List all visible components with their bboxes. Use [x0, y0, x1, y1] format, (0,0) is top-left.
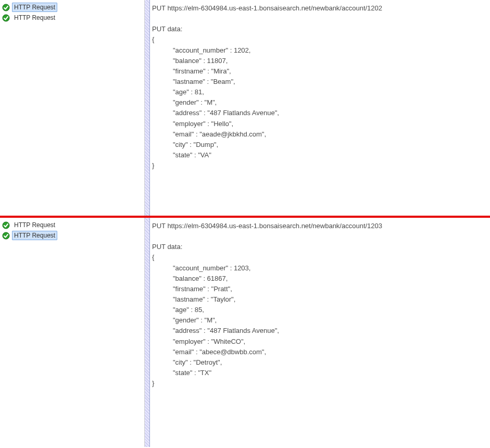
- close-brace: }: [152, 160, 486, 171]
- field-balance: "balance" : 61867,: [152, 273, 486, 284]
- tree-item-label: HTTP Request: [12, 220, 57, 230]
- success-icon: [2, 221, 10, 229]
- field-state: "state" : "VA": [152, 150, 486, 160]
- tree-item-label: HTTP Request: [12, 13, 57, 22]
- put-data-label: PUT data:: [152, 242, 486, 252]
- request-content-top: PUT https://elm-6304984.us-east-1.bonsai…: [145, 0, 490, 216]
- field-city: "city" : "Dump",: [152, 140, 486, 150]
- content-gutter: [145, 0, 150, 216]
- field-city: "city" : "Detroyt",: [152, 357, 486, 368]
- field-email: "email" : "aeade@jkbkhd.com",: [152, 129, 486, 140]
- field-state: "state" : "TX": [152, 368, 486, 378]
- svg-point-0: [3, 4, 9, 11]
- tree-item[interactable]: HTTP Request: [0, 230, 144, 241]
- field-firstname: "firstname" : "Mira",: [152, 66, 486, 77]
- field-balance: "balance" : 11807,: [152, 56, 486, 66]
- tree-item[interactable]: HTTP Request: [0, 2, 144, 13]
- top-panel: HTTP Request HTTP Request PUT https://el…: [0, 0, 490, 216]
- svg-point-3: [3, 232, 9, 239]
- field-address: "address" : "487 Flatlands Avenue",: [152, 108, 486, 118]
- request-line: PUT https://elm-6304984.us-east-1.bonsai…: [152, 3, 486, 14]
- tree-item-label: HTTP Request: [12, 3, 57, 12]
- close-brace: }: [152, 378, 486, 389]
- field-firstname: "firstname" : "Pratt",: [152, 284, 486, 294]
- tree-column-bottom: HTTP Request HTTP Request: [0, 218, 145, 447]
- request-content-bottom: PUT https://elm-6304984.us-east-1.bonsai…: [145, 218, 490, 447]
- request-line: PUT https://elm-6304984.us-east-1.bonsai…: [152, 221, 486, 231]
- bottom-panel: HTTP Request HTTP Request PUT https://el…: [0, 218, 490, 447]
- tree-item-label: HTTP Request: [12, 231, 57, 240]
- field-account-number: "account_number" : 1203,: [152, 263, 486, 273]
- success-icon: [2, 3, 10, 11]
- svg-point-1: [3, 15, 9, 21]
- svg-point-2: [3, 222, 9, 229]
- field-account-number: "account_number" : 1202,: [152, 45, 486, 56]
- field-age: "age" : 85,: [152, 305, 486, 315]
- tree-item[interactable]: HTTP Request: [0, 220, 144, 230]
- content-gutter: [145, 218, 150, 447]
- put-data-label: PUT data:: [152, 24, 486, 34]
- field-gender: "gender" : "M",: [152, 97, 486, 108]
- tree-column-top: HTTP Request HTTP Request: [0, 0, 145, 216]
- field-email: "email" : "abece@dbwbb.com",: [152, 347, 486, 357]
- field-employer: "employer" : "Hello",: [152, 119, 486, 129]
- field-employer: "employer" : "WhiteCO",: [152, 337, 486, 347]
- field-age: "age" : 81,: [152, 87, 486, 97]
- field-gender: "gender" : "M",: [152, 315, 486, 326]
- field-lastname: "lastname" : "Taylor",: [152, 294, 486, 305]
- field-lastname: "lastname" : "Beam",: [152, 77, 486, 87]
- success-icon: [2, 231, 10, 240]
- field-address: "address" : "487 Flatlands Avenue",: [152, 326, 486, 336]
- open-brace: {: [152, 252, 486, 263]
- tree-item[interactable]: HTTP Request: [0, 13, 144, 23]
- success-icon: [2, 14, 10, 22]
- open-brace: {: [152, 34, 486, 45]
